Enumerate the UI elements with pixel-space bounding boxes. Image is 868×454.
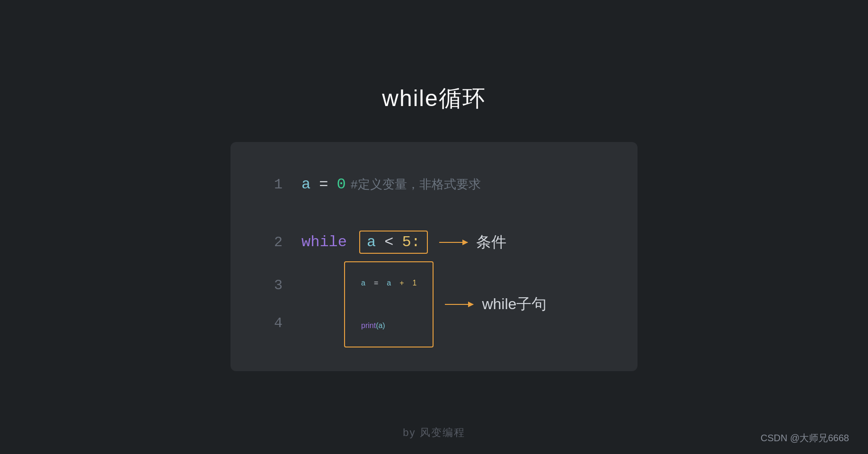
condition-arrow-icon (439, 242, 468, 243)
cond-val: 5: (402, 233, 420, 251)
line4-func: print (361, 321, 376, 330)
line1-var: a (301, 176, 310, 193)
watermark: CSDN @大师兄6668 (761, 432, 849, 445)
subclause-box: a = a + 1 print ( a ) (344, 261, 434, 347)
line3-row: 3 (259, 267, 344, 304)
page-title: while循环 (382, 83, 486, 114)
subclause-arrow-label: while子句 (445, 294, 547, 315)
line3-one: 1 (413, 279, 417, 287)
line3-content: a = a + 1 (354, 266, 423, 300)
line1-row: 1 a = 0 #定义变量，非格式要求 (259, 166, 600, 204)
line1-eq: = (319, 176, 328, 193)
footer-text: by 风变编程 (403, 426, 465, 440)
line2-code: while a < 5: 条件 (301, 231, 506, 254)
line3-vara: a (361, 279, 365, 287)
line1-comment: #定义变量，非格式要求 (351, 176, 481, 193)
lines34-left: 3 4 (259, 267, 344, 342)
line2-keyword: while (301, 233, 347, 251)
cond-op: < (384, 233, 393, 251)
line4-content: print ( a ) (354, 309, 423, 343)
line1-number: 1 (259, 177, 301, 193)
subclause-label: while子句 (482, 294, 547, 315)
condition-label: 条件 (476, 232, 506, 253)
code-card: 1 a = 0 #定义变量，非格式要求 2 while a < (230, 142, 638, 371)
line3-vara2: a (387, 279, 391, 287)
line4-arg: a (378, 321, 382, 330)
line4-row: 4 (259, 304, 344, 342)
code-rows: 1 a = 0 #定义变量，非格式要求 2 while a < (259, 166, 600, 347)
line2-number: 2 (259, 234, 301, 250)
line4-paren-close: ) (382, 321, 385, 330)
subclause-arrow-icon (445, 304, 473, 305)
lines34-wrapper: 3 4 a = a (259, 261, 600, 347)
line2-row: 2 while a < 5: 条件 (259, 223, 600, 261)
line1-val: 0 (337, 176, 345, 193)
line4-number: 4 (259, 315, 301, 331)
cond-var: a (367, 233, 376, 251)
condition-box: a < 5: (359, 231, 428, 254)
line3-plus: + (399, 279, 404, 287)
line3-number: 3 (259, 277, 301, 294)
line1-code: a = 0 #定义变量，非格式要求 (301, 176, 481, 193)
condition-arrow-label: 条件 (439, 232, 506, 253)
line3-eq: = (374, 279, 378, 287)
